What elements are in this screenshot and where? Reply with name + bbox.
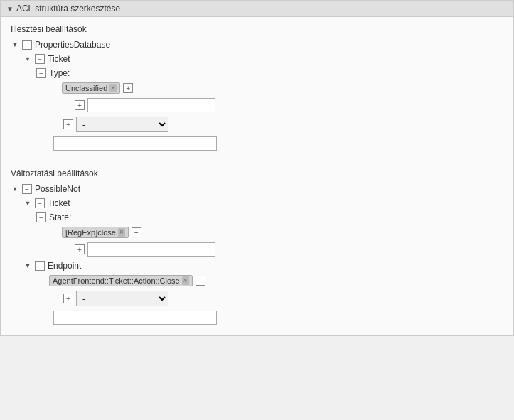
possible-not-label: PossibleNot xyxy=(35,184,80,194)
endpoint-select-plus-btn[interactable]: + xyxy=(63,294,73,303)
regexp-close-tag: [RegExp]close × xyxy=(62,227,129,238)
type-add-btn[interactable]: + xyxy=(123,83,133,93)
ticket-collapse-icon-s2[interactable]: ▼ xyxy=(23,199,32,208)
endpoint-row: ▼ − Endpoint xyxy=(23,261,503,271)
possible-not-minus-btn[interactable]: − xyxy=(22,184,32,194)
type-text-input-row: + xyxy=(75,98,503,112)
state-add-btn[interactable]: + xyxy=(132,227,141,237)
properties-db-label: PropertiesDatabase xyxy=(35,40,110,50)
type-select-row: + - xyxy=(63,117,503,132)
endpoint-collapse-icon[interactable]: ▼ xyxy=(23,262,32,270)
possible-not-collapse-icon[interactable]: ▼ xyxy=(11,185,19,193)
section1-title: Illesztési beállítások xyxy=(11,24,503,34)
ticket-row-s1: ▼ − Ticket xyxy=(23,54,503,64)
state-tags-row: [RegExp]close × + xyxy=(62,227,503,238)
panel-collapse-icon[interactable]: ▼ xyxy=(6,5,14,13)
agent-frontend-tag: AgentFrontend::Ticket::Action::Close × xyxy=(49,275,193,286)
endpoint-select-dropdown[interactable]: - xyxy=(76,291,168,306)
ticket-label-s1: Ticket xyxy=(48,54,70,64)
acl-panel: ▼ ACL struktúra szerkesztése Illesztési … xyxy=(0,0,514,336)
ticket-minus-btn-s2[interactable]: − xyxy=(35,198,45,208)
properties-db-minus-btn[interactable]: − xyxy=(22,40,32,50)
endpoint-minus-btn[interactable]: − xyxy=(35,261,45,271)
endpoint-empty-field xyxy=(53,311,217,325)
unclassified-tag: Unclassified × xyxy=(62,82,120,94)
regexp-close-tag-close-btn[interactable]: × xyxy=(118,228,125,237)
type-minus-btn[interactable]: − xyxy=(36,68,46,78)
possible-not-row: ▼ − PossibleNot xyxy=(11,184,503,194)
state-tags-list: [RegExp]close × + xyxy=(62,227,141,238)
endpoint-label: Endpoint xyxy=(48,261,81,271)
unclassified-tag-label: Unclassified xyxy=(65,84,107,92)
state-text-input[interactable] xyxy=(87,242,215,257)
ticket-collapse-icon-s1[interactable]: ▼ xyxy=(23,55,32,63)
endpoint-select-row: + - xyxy=(63,291,503,306)
matching-settings-section: Illesztési beállítások ▼ − PropertiesDat… xyxy=(1,17,513,161)
properties-db-row: ▼ − PropertiesDatabase xyxy=(11,40,503,50)
state-minus-btn[interactable]: − xyxy=(36,212,46,222)
properties-db-collapse-icon[interactable]: ▼ xyxy=(11,41,19,49)
section2-title: Változtatási beállítások xyxy=(11,168,503,178)
type-empty-input-row xyxy=(53,136,503,151)
agent-frontend-tag-close-btn[interactable]: × xyxy=(182,276,189,285)
type-select-dropdown[interactable]: - xyxy=(76,117,168,132)
endpoint-add-btn[interactable]: + xyxy=(196,276,205,286)
type-text-input[interactable] xyxy=(87,98,215,112)
endpoint-empty-input-row xyxy=(53,311,503,325)
type-tags-list: Unclassified × + xyxy=(62,82,133,94)
state-text-plus-btn[interactable]: + xyxy=(75,244,85,254)
type-label: Type: xyxy=(49,68,70,78)
agent-frontend-tag-label: AgentFrontend::Ticket::Action::Close xyxy=(53,276,180,285)
ticket-minus-btn-s1[interactable]: − xyxy=(35,54,45,64)
panel-title: ACL struktúra szerkesztése xyxy=(16,4,120,14)
state-text-input-row: + xyxy=(75,242,503,257)
type-tags-row: Unclassified × + xyxy=(62,82,503,94)
ticket-row-s2: ▼ − Ticket xyxy=(23,198,503,208)
endpoint-tags-list: AgentFrontend::Ticket::Action::Close × + xyxy=(49,275,205,286)
type-row: − Type: xyxy=(36,68,503,78)
regexp-close-tag-label: [RegExp]close xyxy=(65,228,116,237)
state-label: State: xyxy=(49,212,71,222)
state-row: − State: xyxy=(36,212,503,222)
ticket-label-s2: Ticket xyxy=(48,198,70,208)
panel-header: ▼ ACL struktúra szerkesztése xyxy=(1,1,513,17)
type-text-plus-btn[interactable]: + xyxy=(75,100,85,110)
change-settings-section: Változtatási beállítások ▼ − PossibleNot… xyxy=(1,161,513,335)
type-select-plus-btn[interactable]: + xyxy=(63,119,73,129)
endpoint-tags-row: AgentFrontend::Ticket::Action::Close × + xyxy=(49,275,503,286)
unclassified-tag-close-btn[interactable]: × xyxy=(109,84,117,92)
type-empty-field xyxy=(53,136,217,151)
